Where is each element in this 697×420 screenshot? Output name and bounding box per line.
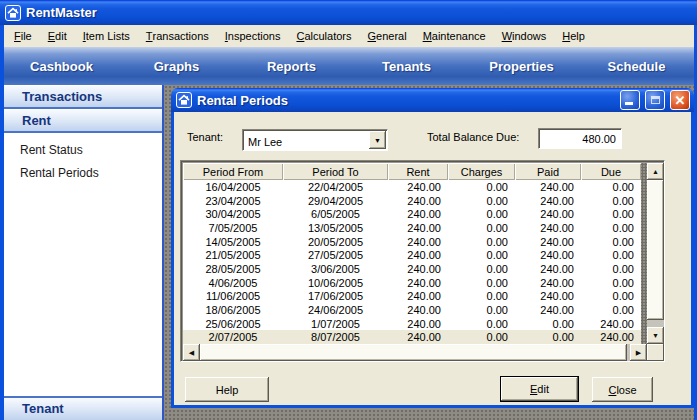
table-cell: 240.00	[388, 303, 448, 317]
close-dialog-button[interactable]: Close	[592, 377, 653, 402]
table-cell: 0.00	[581, 276, 641, 290]
table-cell: 14/05/2005	[183, 235, 283, 249]
table-cell: 11/06/2005	[183, 289, 283, 303]
table-row[interactable]: 30/04/20056/05/2005240.000.00240.000.00	[183, 207, 641, 221]
table-cell: 6/05/2005	[283, 207, 388, 221]
table-cell: 240.00	[388, 180, 448, 194]
toolbar-item-schedule[interactable]: Schedule	[579, 59, 694, 74]
menu-item-file[interactable]: File	[6, 25, 40, 47]
table-row[interactable]: 11/06/200517/06/2005240.000.00240.000.00	[183, 289, 641, 303]
scroll-down-icon[interactable]: ▼	[647, 327, 664, 344]
minimize-icon	[625, 102, 633, 105]
toolbar-item-properties[interactable]: Properties	[464, 59, 579, 74]
balance-label: Total Balance Due:	[427, 131, 519, 143]
table-cell: 0.00	[448, 194, 515, 208]
table-cell: 0.00	[581, 180, 641, 194]
menu-item-transactions[interactable]: Transactions	[138, 25, 217, 47]
balance-value: 480.00	[582, 133, 621, 145]
menu-bar: FileEditItem ListsTransactionsInspection…	[4, 25, 694, 47]
toolbar-item-tenants[interactable]: Tenants	[349, 59, 464, 74]
table-row[interactable]: 14/05/200520/05/2005240.000.00240.000.00	[183, 235, 641, 249]
sidebar-item-rent-status[interactable]: Rent Status	[4, 139, 162, 162]
menu-item-item-lists[interactable]: Item Lists	[75, 25, 138, 47]
vertical-scroll-thumb[interactable]	[647, 180, 664, 320]
table-cell: 240.00	[581, 330, 641, 344]
table-cell: 22/04/2005	[283, 180, 388, 194]
table-cell: 240.00	[515, 221, 581, 235]
table-header: Period FromPeriod ToRentChargesPaidDue	[183, 163, 641, 180]
toolbar: CashbookGraphsReportsTenantsPropertiesSc…	[4, 47, 694, 85]
table-cell: 2/07/2005	[183, 330, 283, 344]
table-cell: 240.00	[388, 248, 448, 262]
table-cell: 17/06/2005	[283, 289, 388, 303]
window-titlebar[interactable]: RentMaster	[0, 0, 697, 25]
scroll-up-icon[interactable]: ▲	[647, 163, 664, 180]
table-cell: 240.00	[515, 180, 581, 194]
table-row[interactable]: 4/06/200510/06/2005240.000.00240.000.00	[183, 276, 641, 290]
table-row[interactable]: 18/06/200524/06/2005240.000.00240.000.00	[183, 303, 641, 317]
menu-item-windows[interactable]: Windows	[494, 25, 555, 47]
table-cell: 0.00	[581, 207, 641, 221]
table-cell: 240.00	[388, 194, 448, 208]
table-cell: 240.00	[581, 317, 641, 331]
sidebar-header-transactions[interactable]: Transactions	[4, 85, 162, 109]
table-row[interactable]: 23/04/200529/04/2005240.000.00240.000.00	[183, 194, 641, 208]
table-cell: 0.00	[448, 289, 515, 303]
table-row[interactable]: 7/05/200513/05/2005240.000.00240.000.00	[183, 221, 641, 235]
table-cell: 29/04/2005	[283, 194, 388, 208]
column-header-paid[interactable]: Paid	[515, 163, 581, 180]
horizontal-scrollbar[interactable]: ◀ ▶	[183, 344, 647, 361]
table-row[interactable]: 25/06/20051/07/2005240.000.000.00240.00	[183, 317, 641, 331]
table-cell: 240.00	[388, 262, 448, 276]
column-header-due[interactable]: Due	[581, 163, 641, 180]
maximize-button[interactable]	[645, 90, 665, 110]
table-cell: 0.00	[581, 235, 641, 249]
table-cell: 0.00	[515, 330, 581, 344]
close-button[interactable]: ✕	[670, 90, 690, 110]
balance-field[interactable]: 480.00	[538, 128, 622, 149]
horizontal-scroll-thumb[interactable]	[200, 344, 627, 361]
dialog-titlebar[interactable]: Rental Periods ✕	[171, 88, 694, 112]
column-header-period-to[interactable]: Period To	[283, 163, 388, 180]
sidebar-header-rent[interactable]: Rent	[4, 109, 162, 133]
dialog-icon	[176, 92, 192, 108]
sidebar-header-tenant[interactable]: Tenant	[4, 396, 162, 420]
toolbar-item-cashbook[interactable]: Cashbook	[4, 59, 119, 74]
table-cell: 0.00	[448, 303, 515, 317]
table-cell: 240.00	[388, 330, 448, 344]
table-row[interactable]: 2/07/20058/07/2005240.000.000.00240.00	[183, 330, 641, 344]
toolbar-item-reports[interactable]: Reports	[234, 59, 349, 74]
menu-item-calculators[interactable]: Calculators	[288, 25, 359, 47]
minimize-button[interactable]	[620, 90, 640, 110]
table-row[interactable]: 16/04/200522/04/2005240.000.00240.000.00	[183, 180, 641, 194]
table-cell: 240.00	[515, 194, 581, 208]
table-cell: 27/05/2005	[283, 248, 388, 262]
column-header-charges[interactable]: Charges	[448, 163, 515, 180]
vertical-scrollbar[interactable]: ▲ ▼	[647, 163, 664, 344]
sidebar-item-rental-periods[interactable]: Rental Periods	[4, 162, 162, 185]
table-row[interactable]: 28/05/20053/06/2005240.000.00240.000.00	[183, 262, 641, 276]
scroll-left-icon[interactable]: ◀	[183, 344, 200, 361]
table-cell: 13/05/2005	[283, 221, 388, 235]
menu-item-inspections[interactable]: Inspections	[217, 25, 289, 47]
menu-item-help[interactable]: Help	[554, 25, 593, 47]
tenant-dropdown[interactable]: Mr Lee ▼	[242, 129, 388, 151]
edit-button[interactable]: Edit	[500, 376, 579, 402]
menu-item-general[interactable]: General	[359, 25, 414, 47]
column-header-rent[interactable]: Rent	[388, 163, 448, 180]
help-button[interactable]: Help	[185, 377, 269, 402]
toolbar-item-graphs[interactable]: Graphs	[119, 59, 234, 74]
dialog-body: Tenant: Mr Lee ▼ Total Balance Due: 480.…	[171, 112, 694, 408]
scroll-right-icon[interactable]: ▶	[630, 344, 647, 361]
chevron-down-icon[interactable]: ▼	[369, 131, 386, 149]
table-cell: 240.00	[515, 276, 581, 290]
column-header-period-from[interactable]: Period From	[183, 163, 283, 180]
menu-item-maintenance[interactable]: Maintenance	[415, 25, 494, 47]
table-cell: 25/06/2005	[183, 317, 283, 331]
menu-item-edit[interactable]: Edit	[40, 25, 75, 47]
table-cell: 240.00	[388, 276, 448, 290]
sidebar: Transactions Rent Rent Status Rental Per…	[4, 85, 164, 420]
table-cell: 0.00	[448, 317, 515, 331]
table-cell: 21/05/2005	[183, 248, 283, 262]
table-row[interactable]: 21/05/200527/05/2005240.000.00240.000.00	[183, 248, 641, 262]
